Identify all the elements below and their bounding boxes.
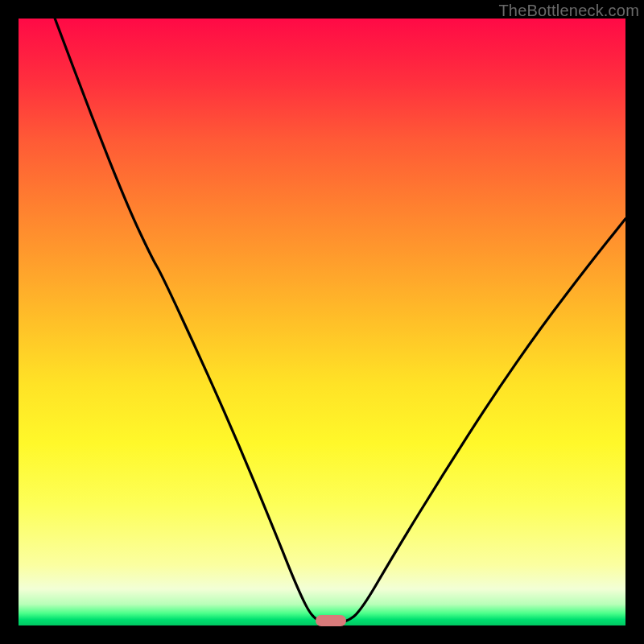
chart-frame: [19, 19, 625, 625]
optimal-point-marker: [316, 615, 346, 626]
chart-gradient-background: [19, 19, 625, 625]
watermark-text: TheBottleneck.com: [498, 2, 639, 20]
